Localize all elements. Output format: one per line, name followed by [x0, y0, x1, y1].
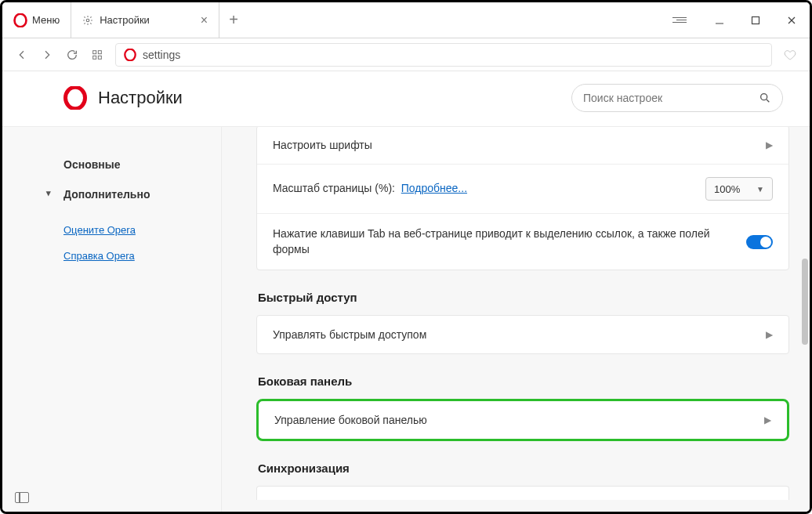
menu-button[interactable]: Меню [2, 2, 71, 38]
sync-card [256, 486, 789, 500]
svg-rect-6 [93, 50, 96, 53]
chevron-right-icon: ▶ [766, 329, 773, 340]
configure-fonts-row[interactable]: Настроить шрифты ▶ [257, 127, 788, 164]
manage-sidebar-label: Управление боковой панелью [274, 414, 427, 426]
maximize-button[interactable] [738, 2, 774, 38]
gear-icon [82, 15, 93, 26]
settings-main: Настроить шрифты ▶ Масштаб страницы (%):… [222, 127, 810, 514]
zoom-value: 100% [714, 183, 740, 195]
chevron-right-icon: ▶ [766, 139, 773, 150]
opera-logo-icon [124, 49, 136, 61]
page-zoom-label: Масштаб страницы (%): [273, 182, 395, 194]
manage-sidebar-row[interactable]: Управление боковой панелью ▶ [259, 401, 787, 439]
chevron-right-icon: ▶ [764, 414, 771, 425]
titlebar: Меню Настройки × + [2, 2, 810, 38]
new-tab-button[interactable]: + [219, 2, 248, 38]
close-button[interactable] [774, 2, 810, 38]
settings-search[interactable] [571, 84, 783, 112]
svg-rect-9 [98, 56, 101, 59]
menu-label: Меню [32, 14, 60, 26]
configure-fonts-label: Настроить шрифты [273, 139, 372, 151]
page-title: Настройки [98, 88, 183, 108]
back-button[interactable] [15, 48, 29, 62]
svg-rect-8 [93, 56, 96, 59]
sidebar-item-basic[interactable]: Основные [63, 158, 205, 171]
appearance-card: Настроить шрифты ▶ Масштаб страницы (%):… [256, 127, 789, 270]
svg-line-13 [767, 100, 769, 102]
navbar: settings [2, 38, 810, 71]
easy-setup-icon[interactable] [665, 2, 701, 38]
tab-close-icon[interactable]: × [201, 14, 208, 27]
page-content: Настройки Основные Дополнительно Оцените… [2, 71, 810, 512]
svg-rect-7 [98, 50, 101, 53]
zoom-select[interactable]: 100% ▼ [705, 177, 773, 201]
window-controls [665, 2, 810, 38]
section-sync-title: Синхронизация [258, 462, 789, 475]
svg-rect-3 [752, 16, 759, 24]
settings-header: Настройки [2, 71, 810, 127]
section-sidebar-title: Боковая панель [258, 375, 789, 388]
search-icon [759, 92, 771, 104]
speed-dial-icon[interactable] [90, 48, 104, 62]
tab-highlight-toggle[interactable] [746, 235, 773, 249]
address-text: settings [143, 49, 180, 61]
section-speed-dial-title: Быстрый доступ [258, 291, 789, 304]
svg-point-10 [125, 49, 135, 60]
svg-point-11 [66, 87, 85, 109]
reload-button[interactable] [65, 48, 79, 62]
settings-sidebar: Основные Дополнительно Оцените Opera Спр… [2, 127, 222, 514]
chevron-down-icon: ▼ [756, 185, 764, 194]
heart-icon[interactable] [783, 48, 797, 62]
svg-point-12 [761, 94, 767, 100]
minimize-button[interactable] [701, 2, 738, 38]
sidebar-link-rate[interactable]: Оцените Opera [63, 224, 205, 236]
svg-point-0 [15, 13, 27, 27]
forward-button[interactable] [40, 48, 54, 62]
sidebar-item-advanced[interactable]: Дополнительно [63, 188, 205, 201]
panel-toggle-icon[interactable] [15, 492, 29, 503]
tab-settings[interactable]: Настройки × [71, 2, 219, 38]
svg-point-1 [86, 19, 89, 22]
sidebar-link-help[interactable]: Справка Opera [63, 250, 205, 262]
scrollbar-thumb[interactable] [802, 259, 808, 345]
address-bar[interactable]: settings [115, 43, 772, 67]
opera-logo-icon [63, 86, 87, 110]
learn-more-link[interactable]: Подробнее... [401, 182, 467, 194]
speed-dial-card: Управлять быстрым доступом ▶ [256, 315, 789, 354]
opera-logo-icon [13, 13, 27, 27]
manage-speed-dial-row[interactable]: Управлять быстрым доступом ▶ [257, 316, 788, 353]
tab-highlight-row: Нажатие клавиши Tab на веб-странице прив… [257, 213, 788, 270]
tab-highlight-label: Нажатие клавиши Tab на веб-странице прив… [273, 226, 746, 257]
manage-speed-dial-label: Управлять быстрым доступом [273, 328, 426, 341]
tab-title: Настройки [100, 14, 194, 26]
page-zoom-row: Масштаб страницы (%): Подробнее... 100% … [257, 164, 788, 213]
browser-window: Меню Настройки × + settings [0, 0, 812, 514]
search-input[interactable] [583, 92, 751, 104]
sidebar-panel-card: Управление боковой панелью ▶ [256, 399, 789, 441]
